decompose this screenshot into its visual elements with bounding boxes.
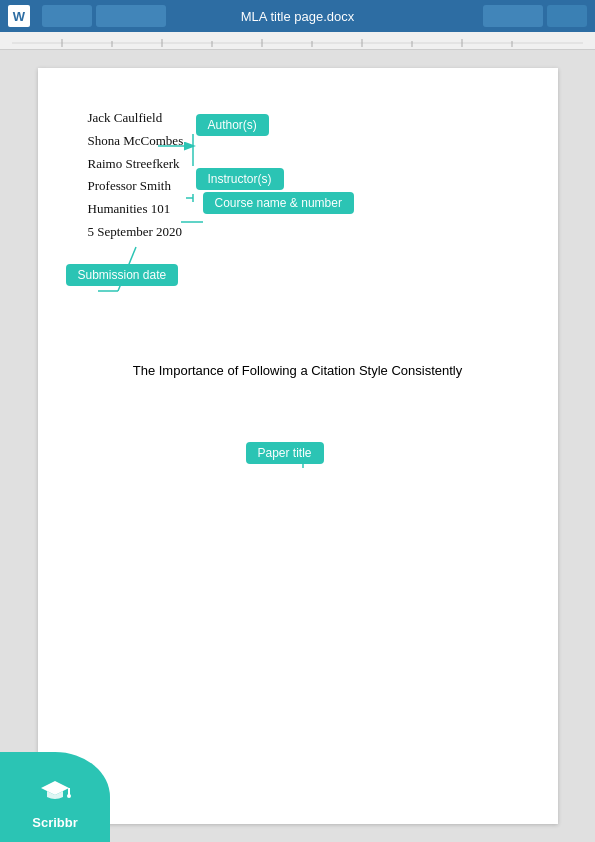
- instructor-annotation: Instructor(s): [196, 168, 284, 190]
- authors-annotation: Author(s): [196, 114, 269, 136]
- scribbr-logo: Scribbr: [0, 752, 110, 842]
- date-text: 5 September 2020: [88, 224, 183, 239]
- toolbar-left-buttons: [42, 5, 166, 27]
- course-annotation: Course name & number: [203, 192, 354, 214]
- author-3-text: Raimo Streefkerk: [88, 156, 180, 171]
- author-2-text: Shona McCombes: [88, 133, 184, 148]
- svg-point-21: [67, 794, 71, 798]
- toolbar-btn-3[interactable]: [483, 5, 543, 27]
- ruler-marks: [12, 35, 583, 47]
- graduation-cap-icon: [39, 775, 71, 807]
- author-1-text: Jack Caulfield: [88, 110, 163, 125]
- date-annotation: Submission date: [66, 264, 179, 286]
- author-line-3: Raimo Streefkerk: [88, 154, 508, 175]
- instructor-tooltip: Instructor(s): [196, 168, 284, 190]
- date-tooltip: Submission date: [66, 264, 179, 286]
- paper-title: The Importance of Following a Citation S…: [88, 363, 508, 378]
- course-text: Humanities 101: [88, 201, 171, 216]
- author-line-2: Shona McCombes: [88, 131, 508, 152]
- scribbr-text: Scribbr: [32, 815, 78, 830]
- toolbar-title: MLA title page.docx: [241, 9, 354, 24]
- date-line: 5 September 2020: [88, 222, 508, 243]
- instructor-text: Professor Smith: [88, 178, 171, 193]
- word-icon: W: [8, 5, 30, 27]
- toolbar-right-buttons: [483, 5, 587, 27]
- title-annotation: Paper title: [246, 442, 324, 464]
- paper-content: Jack Caulfield Shona McCombes Raimo Stre…: [88, 108, 508, 243]
- title-tooltip: Paper title: [246, 442, 324, 464]
- ruler: [0, 32, 595, 50]
- paper-title-text: The Importance of Following a Citation S…: [133, 363, 463, 378]
- svg-marker-19: [41, 781, 69, 795]
- course-tooltip: Course name & number: [203, 192, 354, 214]
- toolbar: W MLA title page.docx: [0, 0, 595, 32]
- toolbar-btn-2[interactable]: [96, 5, 166, 27]
- toolbar-btn-4[interactable]: [547, 5, 587, 27]
- author-line-1: Jack Caulfield: [88, 108, 508, 129]
- paper: Jack Caulfield Shona McCombes Raimo Stre…: [38, 68, 558, 824]
- authors-tooltip: Author(s): [196, 114, 269, 136]
- document-area: Jack Caulfield Shona McCombes Raimo Stre…: [0, 50, 595, 842]
- toolbar-btn-1[interactable]: [42, 5, 92, 27]
- scribbr-icon: [39, 775, 71, 811]
